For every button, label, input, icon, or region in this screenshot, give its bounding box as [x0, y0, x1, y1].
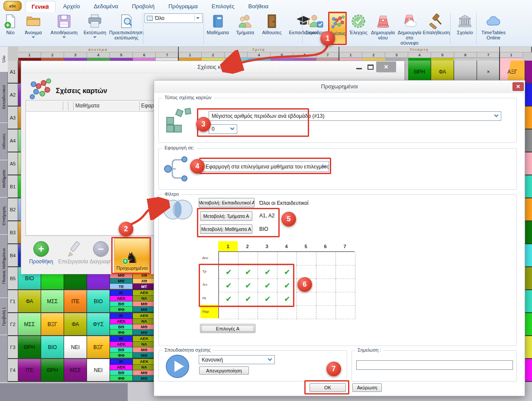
row-label-B3[interactable]: B3 — [8, 221, 18, 244]
timetable-cell[interactable]: ΜΘ — [110, 278, 133, 284]
cancel-button[interactable]: Ακύρωση — [352, 383, 382, 392]
toolbar-button-relations[interactable]: Σχέσεις — [329, 13, 347, 45]
row-label-A2[interactable]: A2 — [8, 84, 18, 107]
grid-cell[interactable] — [316, 292, 336, 306]
toolbar-button-check[interactable]: Έλεγχος — [348, 13, 369, 46]
timetable-cell[interactable]: ΦΘ — [110, 307, 133, 312]
grid-cell[interactable]: ✔ — [239, 265, 258, 279]
type-dropdown[interactable]: Μέγιστος αριθμός περιόδων ανά εβδομάδα (… — [209, 111, 501, 121]
apply-dropdown[interactable]: Εφαρμογή στα επιλεγόμενα μαθήματα του επ… — [203, 161, 329, 172]
timetable-cell[interactable]: ΑΕΚ — [133, 336, 156, 342]
period-header[interactable]: 3 — [225, 52, 248, 58]
grid-row-label[interactable]: Τρ — [200, 265, 218, 278]
grid-cell[interactable] — [258, 306, 277, 319]
grid-row-label[interactable]: Δευ — [200, 251, 218, 265]
grid-row-label[interactable]: Τετ — [200, 278, 218, 291]
minimize-icon[interactable] — [356, 68, 362, 69]
app-logo[interactable]: aSc — [3, 1, 22, 11]
period-header[interactable]: 4 — [87, 52, 110, 58]
timetable-cell[interactable]: ΦΑ — [64, 313, 87, 335]
row-label-Γ2[interactable]: Γ2 — [8, 313, 18, 336]
menu-tab-schedule[interactable]: Πρόγραμμα — [162, 1, 204, 12]
timetable-cell[interactable]: ΘΡΗ — [408, 61, 431, 83]
note-input[interactable] — [356, 360, 513, 370]
grid-cell[interactable] — [336, 265, 355, 279]
period-header[interactable]: 7 — [477, 52, 500, 58]
period-header[interactable]: 4 — [248, 52, 271, 58]
disable-button[interactable]: Απενεργοποίηση — [199, 366, 249, 375]
side-tab[interactable]: Εκπαιδευτικοί — [0, 72, 8, 123]
timetable-cell[interactable]: ΦΑ — [18, 290, 41, 312]
timetable-cell[interactable]: ΝΛ — [133, 342, 156, 347]
timetable-cell[interactable]: × — [477, 61, 500, 83]
toolbar-button-print-preview[interactable]: Προεπισκόπηση εκτύπωσης — [109, 13, 144, 46]
grid-cell[interactable] — [219, 306, 239, 319]
timetable-cell[interactable]: ΑΞΓ — [500, 61, 525, 83]
timetable-cell[interactable]: ΒΘ — [110, 324, 133, 330]
menu-tab-view[interactable]: Προβολή — [126, 1, 161, 12]
grid-column-header[interactable]: 5 — [296, 241, 316, 251]
change-classes-button[interactable]: Μεταβολή: Τμήματα Α — [200, 211, 252, 221]
timetable-cell[interactable]: ΝΛ — [133, 365, 156, 370]
grid-cell[interactable] — [277, 252, 297, 265]
toolbar-button-classrooms[interactable]: Αίθουσες — [259, 13, 285, 46]
timetable-cell[interactable]: ΘΡΗ — [18, 336, 41, 358]
period-header[interactable]: 1 — [500, 52, 523, 58]
timetable-cell[interactable]: ΝΛ — [133, 296, 156, 301]
importance-dropdown[interactable]: Κανονική — [199, 355, 275, 364]
ok-button[interactable]: OK — [310, 383, 346, 392]
period-header[interactable]: 7 — [156, 52, 179, 58]
timetable-cell[interactable]: ΒΞΓ — [41, 313, 64, 335]
row-label-B1[interactable]: B1 — [8, 175, 18, 198]
chevron-down-icon[interactable] — [194, 15, 201, 21]
period-header[interactable]: 1 — [18, 52, 41, 58]
row-label-B2[interactable]: B2 — [8, 198, 18, 221]
period-header[interactable]: 6 — [133, 52, 156, 58]
timetable-cell[interactable]: ΜΘ — [133, 347, 156, 353]
grid-cell[interactable] — [239, 252, 258, 265]
grid-cell[interactable]: ✔ — [239, 279, 258, 292]
grid-cell[interactable] — [297, 265, 316, 279]
period-header[interactable]: 2 — [41, 52, 64, 58]
grid-cell[interactable] — [336, 306, 355, 319]
period-header[interactable]: 1 — [179, 52, 202, 58]
timetable-cell[interactable]: ΙΚ — [110, 359, 133, 365]
grid-cell[interactable]: ✔ — [219, 265, 239, 279]
grid-cell[interactable]: ✔ — [239, 292, 258, 306]
timetable-cell[interactable]: ΦΘ — [110, 330, 133, 335]
toolbar-button-seminar[interactable]: Σεμινάριο — [304, 13, 328, 46]
grid-cell[interactable]: ✔ — [277, 292, 297, 306]
grid-cell[interactable] — [336, 279, 355, 292]
row-label-B5[interactable]: B5 — [8, 267, 18, 290]
period-header[interactable]: 7 — [316, 52, 339, 58]
plus-circle-icon[interactable]: + — [33, 241, 49, 257]
period-header[interactable]: 5 — [431, 52, 454, 58]
chevron-down-icon[interactable] — [93, 36, 97, 38]
menu-tab-help[interactable]: Βοήθεια — [242, 1, 274, 12]
timetable-cell[interactable]: ΤΕ — [110, 284, 133, 289]
grid-cell[interactable] — [316, 265, 336, 279]
timetable-cell[interactable]: ΙΚ — [110, 290, 133, 296]
timetable-cell[interactable]: ΑΕΚ — [133, 313, 156, 319]
grid-cell[interactable] — [297, 252, 316, 265]
toolbar-button-print[interactable]: Εκτύπωση — [81, 13, 108, 46]
timetable-cell[interactable]: ΜΘ — [133, 375, 156, 381]
period-selection-grid[interactable]: 1234567✔✔✔✔✔✔✔✔✔✔✔✔ΔευΤρΤετΠεΠαρ — [200, 241, 356, 318]
menu-tab-data[interactable]: Δεδομένα — [87, 1, 124, 12]
timetable-cell[interactable]: ΙΤΕ — [64, 290, 87, 312]
timetable-cell[interactable]: ΦΑ — [431, 61, 454, 83]
timetable-cell[interactable]: ΜΘ — [133, 324, 156, 330]
timetable-cell[interactable]: ΜΘ — [133, 352, 156, 358]
timetable-cell[interactable]: ΜΘ — [133, 370, 156, 376]
side-tab[interactable]: Επιτήρηση — [0, 197, 8, 235]
period-header[interactable]: 6 — [454, 52, 477, 58]
timetable-cell[interactable]: ΑΕΚ — [110, 342, 133, 347]
timetable-cell[interactable]: ΜΤ — [133, 284, 156, 289]
timetable-cell[interactable]: ΑΕΚ — [110, 319, 133, 324]
period-header[interactable]: 1 — [339, 52, 362, 58]
view-select[interactable]: Όλο — [145, 13, 203, 23]
toolbar-button-school[interactable]: Σχολείο — [453, 13, 477, 46]
grid-cell[interactable]: ✔ — [219, 279, 239, 292]
timetable-cell[interactable]: ΙΚ — [110, 313, 133, 319]
column-header-subjects[interactable]: Μαθήματα — [75, 103, 100, 109]
